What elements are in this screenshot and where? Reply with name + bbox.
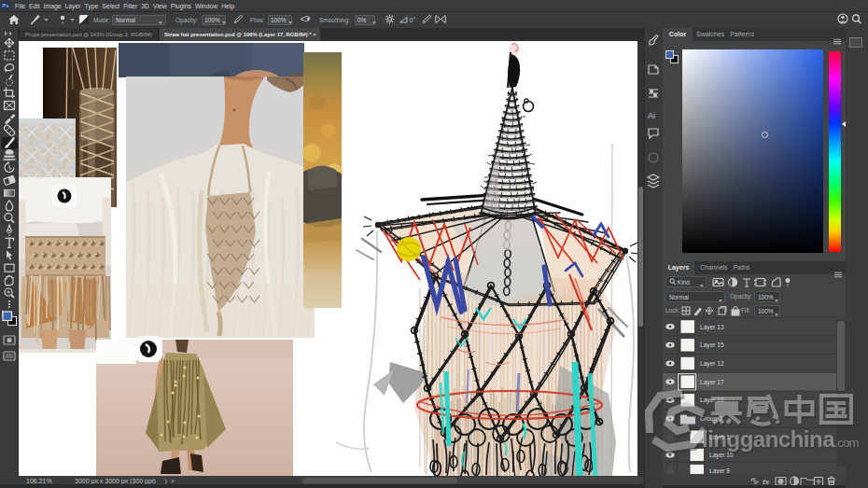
svg-text:Layer 17: Layer 17 (700, 379, 724, 386)
svg-text:Layer 15: Layer 15 (700, 342, 724, 349)
svg-text:fx: fx (763, 478, 770, 485)
svg-text:Layer 12: Layer 12 (700, 360, 724, 368)
svg-text:Layer 13: Layer 13 (700, 324, 724, 331)
svg-text:Ai: Ai (648, 111, 655, 120)
svg-text:Layer 9: Layer 9 (709, 467, 730, 474)
